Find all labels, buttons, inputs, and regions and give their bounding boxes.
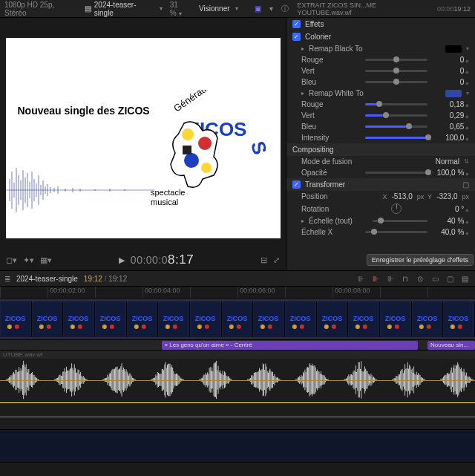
video-thumbnail[interactable]: ZICOS	[222, 301, 254, 337]
help-icon[interactable]: ⓘ	[280, 4, 290, 14]
video-thumbnail[interactable]: ZICOS	[190, 301, 222, 337]
skimming-icon[interactable]: ⊪	[355, 273, 367, 284]
zoom-level[interactable]: 31 %	[170, 1, 191, 17]
transformer-header[interactable]: Transformer	[305, 180, 345, 189]
audio-track-2[interactable]	[0, 403, 475, 430]
vert2-val[interactable]: 0,29	[432, 111, 469, 120]
video-thumbnail[interactable]: ZICOS	[285, 301, 317, 337]
svg-text:ZICOS: ZICOS	[417, 315, 438, 322]
scale-all-val[interactable]: 40 %	[432, 217, 469, 225]
intensity-slider[interactable]	[365, 137, 428, 139]
preview-canvas[interactable]: Nouveau single des ZICOS dummy	[6, 38, 281, 238]
timeline-area[interactable]: ZICOSZICOSZICOSZICOSZICOSZICOSZICOSZICOS…	[0, 299, 475, 463]
transformer-checkbox[interactable]: ✓	[292, 180, 301, 189]
audio-skim-icon[interactable]: ⊪	[370, 273, 381, 284]
reveal-icon[interactable]: ▾	[266, 4, 277, 14]
svg-point-68	[229, 325, 234, 329]
solo-icon[interactable]: ⊪	[384, 273, 396, 284]
svg-point-57	[142, 325, 146, 329]
colorier-header[interactable]: Colorier	[305, 33, 331, 41]
title-clip-1[interactable]: « Les gens qu'on aime » - Centré	[162, 341, 419, 350]
disclosure-icon[interactable]: ▸	[301, 218, 304, 224]
tl-project-name[interactable]: 2024-teaser-single	[16, 275, 78, 283]
loop-icon[interactable]: ⊟	[261, 255, 267, 265]
bleu2-slider[interactable]	[365, 125, 428, 128]
white-swatch[interactable]	[445, 90, 462, 97]
video-track[interactable]: ZICOSZICOSZICOSZICOSZICOSZICOSZICOSZICOS…	[0, 299, 475, 340]
title-clip-2[interactable]: Nouveau sin...	[428, 341, 475, 350]
pos-y-val[interactable]: -323,0	[436, 192, 457, 200]
rouge2-val[interactable]: 0,18	[432, 100, 469, 108]
rouge2-slider[interactable]	[365, 103, 428, 105]
blend-label: Mode de fusion	[301, 157, 361, 166]
magnetic-icon[interactable]: ▭	[429, 273, 441, 284]
video-thumbnail[interactable]: ZICOS	[158, 301, 190, 337]
video-thumbnail[interactable]: ZICOS	[63, 301, 95, 337]
settings-icon[interactable]: ▤	[459, 273, 471, 284]
video-thumbnail[interactable]: ZICOS	[127, 301, 159, 337]
opacity-val[interactable]: 100,0 %	[432, 169, 469, 177]
video-thumbnail[interactable]: ZICOS	[317, 301, 349, 337]
vert-val[interactable]: 0	[432, 67, 469, 75]
color-tool-icon[interactable]: ▦▾	[40, 255, 52, 265]
video-thumbnail[interactable]: ZICOS	[253, 301, 285, 337]
svg-point-84	[356, 325, 360, 329]
rouge2-label: Rouge	[301, 100, 361, 108]
vert-slider[interactable]	[365, 70, 428, 72]
compositing-header[interactable]: Compositing	[292, 146, 334, 154]
svg-text:ZICOS: ZICOS	[37, 315, 58, 322]
video-thumbnail[interactable]: ZICOS	[412, 301, 444, 337]
svg-point-96	[451, 325, 455, 329]
svg-point-34	[201, 163, 212, 173]
svg-point-61	[173, 325, 177, 329]
blend-value[interactable]: Normal	[436, 157, 459, 166]
rouge-val[interactable]: 0	[432, 56, 469, 64]
svg-point-88	[387, 325, 392, 329]
timecode-display[interactable]: 00:00:08:17	[131, 252, 194, 267]
fullscreen-icon[interactable]: ⤢	[273, 255, 280, 265]
effects-header[interactable]: Effets	[305, 20, 324, 28]
scale-all-slider[interactable]	[373, 220, 428, 222]
transform-box-icon[interactable]: ▢	[462, 180, 469, 189]
rouge-slider[interactable]	[365, 59, 428, 61]
opacity-slider[interactable]	[365, 172, 428, 174]
square-tool-icon[interactable]: ◻▾	[6, 255, 17, 265]
scale-x-val[interactable]: 40,0 %	[432, 228, 469, 236]
index-icon[interactable]: ≣	[4, 275, 10, 283]
effects-checkbox[interactable]: ✓	[292, 20, 301, 28]
intensity-val[interactable]: 100,0	[432, 134, 469, 142]
wand-tool-icon[interactable]: ✦▾	[23, 255, 34, 265]
music-track[interactable]	[0, 430, 475, 463]
video-thumbnail[interactable]: ZICOS	[95, 301, 127, 337]
bleu-val[interactable]: 0	[432, 78, 469, 86]
bleu2-val[interactable]: 0,65	[432, 123, 469, 131]
view-menu[interactable]: Visionner	[199, 4, 238, 13]
pos-x-val[interactable]: -513,0	[391, 192, 412, 200]
waveform-graphic: dummy	[6, 164, 154, 216]
black-swatch[interactable]	[445, 45, 462, 53]
rotation-dial[interactable]	[391, 203, 402, 214]
remap-white-label: Remap White To	[309, 89, 368, 97]
rotation-val[interactable]: 0 °	[432, 205, 469, 213]
disclosure-icon[interactable]: ▸	[301, 45, 304, 52]
snap-icon[interactable]: ⊓	[399, 273, 411, 284]
scale-x-slider[interactable]	[365, 231, 428, 233]
vert2-slider[interactable]	[365, 114, 428, 117]
play-button[interactable]: ▶	[119, 255, 125, 265]
disclosure-icon[interactable]: ▸	[301, 90, 304, 97]
headphones-icon[interactable]: ⊙	[414, 273, 426, 284]
display-icon[interactable]: ▢	[444, 273, 456, 284]
save-icon[interactable]: ▣	[253, 4, 263, 14]
bleu-slider[interactable]	[365, 81, 428, 83]
title-track[interactable]: « Les gens qu'on aime » - Centré Nouveau…	[0, 340, 475, 351]
video-thumbnail[interactable]: ZICOS	[32, 301, 64, 337]
video-thumbnail[interactable]: ZICOS	[0, 301, 32, 337]
project-name[interactable]: ▤ 2024-teaser-single	[85, 1, 163, 17]
colorier-checkbox[interactable]: ✓	[292, 33, 301, 41]
timeline-ruler[interactable]: 00:00:02:00 00:00:04:00 00:00:06:00 00:0…	[0, 287, 475, 299]
audio-track-1[interactable]	[0, 359, 475, 402]
video-thumbnail[interactable]: ZICOS	[443, 301, 475, 337]
svg-text:musical: musical	[151, 198, 178, 206]
video-thumbnail[interactable]: ZICOS	[380, 301, 412, 337]
video-thumbnail[interactable]: ZICOS	[348, 301, 380, 337]
